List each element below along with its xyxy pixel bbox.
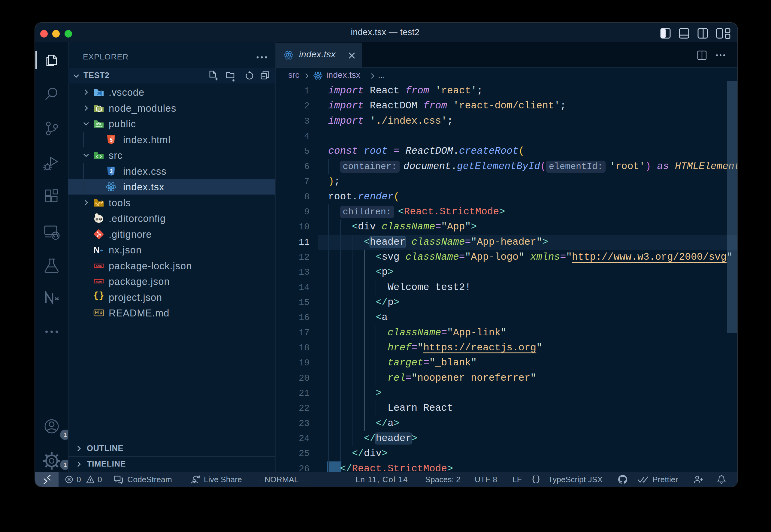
svg-text:3: 3 — [110, 168, 113, 174]
svg-text:npm: npm — [96, 280, 101, 283]
svg-text:N: N — [93, 245, 100, 255]
svg-text:5: 5 — [110, 137, 113, 143]
svg-text:npm: npm — [96, 264, 101, 268]
svg-text:JS: JS — [97, 107, 102, 111]
